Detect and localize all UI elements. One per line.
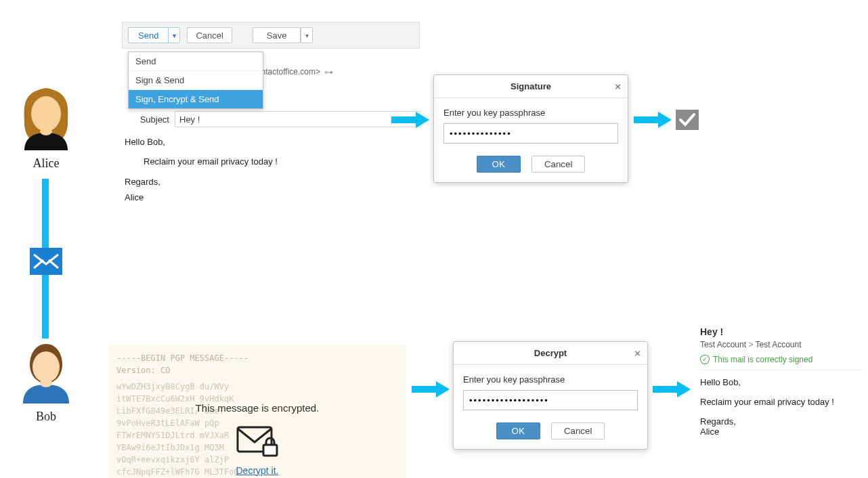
arrow-icon: [410, 379, 451, 399]
envelope-lock-icon: [234, 422, 281, 460]
decrypted-message: Hey ! Test Account > Test Account ✓ This…: [700, 326, 863, 446]
dialog-title-bar: Signature ×: [434, 75, 628, 98]
svg-point-0: [31, 96, 61, 131]
subject-row: Subject Hey !: [122, 108, 420, 130]
subject-input[interactable]: Hey !: [179, 114, 200, 125]
dialog-title: Decrypt: [534, 348, 567, 358]
msg-signoff2: Alice: [700, 427, 863, 437]
flow-pipe-top: [42, 179, 49, 248]
send-button[interactable]: Send: [128, 27, 168, 43]
avatar-bob-label: Bob: [12, 410, 80, 424]
dropdown-item-sign-send[interactable]: Sign & Send: [129, 71, 263, 90]
send-dropdown-toggle[interactable]: ▾: [168, 27, 180, 43]
dropdown-item-sign-encrypt-send[interactable]: Sign, Encrypt & Send: [129, 90, 263, 108]
svg-rect-4: [32, 252, 60, 271]
compose-window: Send ▾ Send Sign & Send Sign, Encrypt & …: [122, 22, 420, 206]
arrow-icon: [651, 379, 692, 399]
flow-pipe-bottom: [42, 275, 49, 339]
compose-body[interactable]: Hello Bob, Reclaim your email privacy to…: [122, 130, 420, 206]
body-line1: Reclaim your email privacy today !: [125, 154, 420, 169]
arrow-icon: [632, 110, 673, 130]
passphrase-label: Enter you key passphrase: [443, 108, 618, 118]
signature-dialog: Signature × Enter you key passphrase OK …: [433, 74, 628, 183]
message-from: Test Account > Test Account: [700, 340, 863, 349]
avatar-bob-icon: [15, 337, 77, 405]
ok-button[interactable]: OK: [477, 156, 521, 173]
avatar-bob: Bob: [12, 337, 80, 424]
decrypt-dialog: Decrypt × Enter you key passphrase OK Ca…: [453, 341, 648, 450]
success-check-icon: [676, 110, 699, 130]
svg-rect-6: [263, 445, 277, 456]
save-button[interactable]: Save: [253, 27, 301, 43]
passphrase-label: Enter you key passphrase: [463, 374, 638, 385]
cancel-dialog-button[interactable]: Cancel: [551, 422, 605, 439]
svg-point-2: [32, 351, 60, 383]
dialog-title-bar: Decrypt ×: [454, 342, 647, 365]
cancel-button[interactable]: Cancel: [187, 27, 232, 43]
dialog-title: Signature: [511, 81, 551, 91]
encrypt-toggle-icon[interactable]: ⊶: [324, 67, 333, 77]
encrypted-message-panel: -----BEGIN PGP MESSAGE----- Version: CO …: [108, 345, 406, 478]
avatar-alice: Alice: [12, 84, 80, 171]
dropdown-item-send[interactable]: Send: [129, 52, 263, 71]
body-signoff1: Regards,: [125, 174, 420, 190]
msg-signoff1: Regards,: [700, 416, 863, 427]
msg-line1: Reclaim your email privacy today !: [700, 397, 863, 407]
subject-label: Subject: [122, 114, 169, 125]
signed-badge: ✓ This mail is correctly signed: [700, 355, 863, 370]
body-greeting: Hello Bob,: [125, 134, 420, 150]
shield-check-icon: ✓: [700, 355, 710, 364]
close-icon[interactable]: ×: [634, 347, 641, 359]
cancel-dialog-button[interactable]: Cancel: [531, 156, 586, 173]
send-dropdown: Send Sign & Send Sign, Encrypt & Send: [128, 51, 263, 109]
passphrase-input[interactable]: [463, 390, 638, 410]
encrypted-title: This message is encrypted.: [196, 401, 320, 416]
ok-button[interactable]: OK: [496, 422, 540, 439]
avatar-alice-icon: [15, 84, 77, 152]
body-signoff2: Alice: [125, 190, 420, 205]
svg-point-3: [40, 379, 52, 387]
decrypt-link[interactable]: Decrypt it.: [236, 464, 278, 478]
compose-toolbar: Send ▾ Send Sign & Send Sign, Encrypt & …: [122, 22, 420, 49]
passphrase-input[interactable]: [443, 123, 618, 144]
svg-point-1: [40, 127, 52, 135]
close-icon[interactable]: ×: [615, 81, 621, 92]
arrow-icon: [390, 110, 431, 130]
save-dropdown-toggle[interactable]: ▾: [301, 27, 313, 43]
avatar-alice-label: Alice: [12, 156, 80, 171]
app-logo: [30, 248, 62, 275]
message-subject: Hey !: [700, 326, 863, 337]
msg-greeting: Hello Bob,: [700, 377, 863, 387]
